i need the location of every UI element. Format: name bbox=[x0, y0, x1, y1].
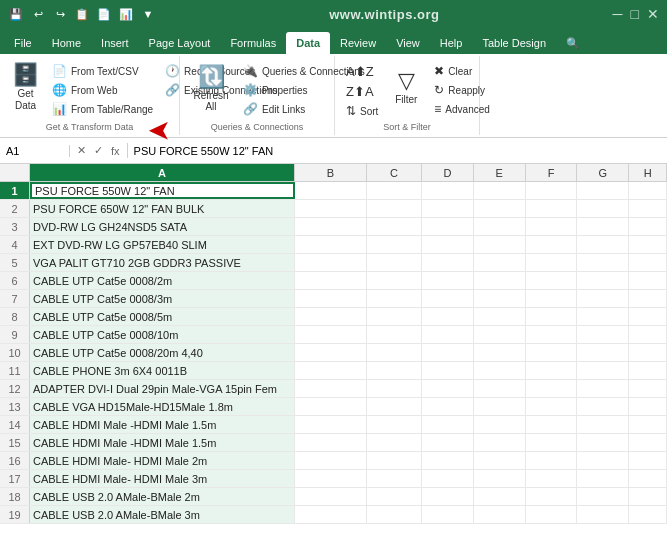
insert-function-icon[interactable]: fx bbox=[108, 144, 123, 158]
tab-insert[interactable]: Insert bbox=[91, 32, 139, 54]
cell-g[interactable] bbox=[577, 182, 629, 199]
cell-b[interactable] bbox=[295, 326, 367, 343]
cell-b[interactable] bbox=[295, 218, 367, 235]
cell-h[interactable] bbox=[629, 290, 667, 307]
col-header-b[interactable]: B bbox=[295, 164, 367, 181]
cell-a[interactable]: CABLE UTP Cat5e 0008/2m bbox=[30, 272, 295, 289]
cell-c[interactable] bbox=[367, 398, 422, 415]
cell-f[interactable] bbox=[526, 326, 578, 343]
cell-d[interactable] bbox=[422, 470, 474, 487]
table-row[interactable]: 1 PSU FORCE 550W 12" FAN bbox=[0, 182, 667, 200]
cell-a[interactable]: CABLE UTP Cat5e 0008/20m 4,40 bbox=[30, 344, 295, 361]
cell-c[interactable] bbox=[367, 344, 422, 361]
cell-f[interactable] bbox=[526, 200, 578, 217]
cell-h[interactable] bbox=[629, 308, 667, 325]
cell-c[interactable] bbox=[367, 254, 422, 271]
table-row[interactable]: 14 CABLE HDMI Male -HDMI Male 1.5m bbox=[0, 416, 667, 434]
close-icon[interactable]: ✕ bbox=[647, 6, 659, 22]
cell-g[interactable] bbox=[577, 488, 629, 505]
cell-b[interactable] bbox=[295, 362, 367, 379]
cell-f[interactable] bbox=[526, 344, 578, 361]
cell-e[interactable] bbox=[474, 488, 526, 505]
cell-d[interactable] bbox=[422, 290, 474, 307]
cell-a[interactable]: CABLE HDMI Male- HDMI Male 2m bbox=[30, 452, 295, 469]
cell-f[interactable] bbox=[526, 290, 578, 307]
cell-f[interactable] bbox=[526, 470, 578, 487]
cell-f[interactable] bbox=[526, 362, 578, 379]
cell-h[interactable] bbox=[629, 488, 667, 505]
cell-a[interactable]: EXT DVD-RW LG GP57EB40 SLIM bbox=[30, 236, 295, 253]
cell-g[interactable] bbox=[577, 254, 629, 271]
cell-f[interactable] bbox=[526, 236, 578, 253]
cell-c[interactable] bbox=[367, 506, 422, 523]
advanced-button[interactable]: ≡ Advanced bbox=[429, 100, 495, 118]
cell-a[interactable]: CABLE PHONE 3m 6X4 0011B bbox=[30, 362, 295, 379]
qat-icon3[interactable]: 📊 bbox=[118, 6, 134, 22]
sort-button[interactable]: ⇅ Sort bbox=[341, 102, 383, 120]
cell-h[interactable] bbox=[629, 416, 667, 433]
cell-h[interactable] bbox=[629, 254, 667, 271]
cell-f[interactable] bbox=[526, 434, 578, 451]
cell-g[interactable] bbox=[577, 272, 629, 289]
cell-f[interactable] bbox=[526, 380, 578, 397]
table-row[interactable]: 19 CABLE USB 2.0 AMale-BMale 3m bbox=[0, 506, 667, 524]
col-header-e[interactable]: E bbox=[474, 164, 526, 181]
table-row[interactable]: 3 DVD-RW LG GH24NSD5 SATA bbox=[0, 218, 667, 236]
cell-e[interactable] bbox=[474, 326, 526, 343]
col-header-c[interactable]: C bbox=[367, 164, 422, 181]
cell-h[interactable] bbox=[629, 452, 667, 469]
table-row[interactable]: 17 CABLE HDMI Male- HDMI Male 3m bbox=[0, 470, 667, 488]
cell-f[interactable] bbox=[526, 506, 578, 523]
cell-b[interactable] bbox=[295, 488, 367, 505]
cell-h[interactable] bbox=[629, 506, 667, 523]
cell-c[interactable] bbox=[367, 236, 422, 253]
cell-e[interactable] bbox=[474, 362, 526, 379]
cell-b[interactable] bbox=[295, 182, 367, 199]
cell-f[interactable] bbox=[526, 488, 578, 505]
table-row[interactable]: 4 EXT DVD-RW LG GP57EB40 SLIM bbox=[0, 236, 667, 254]
cell-d[interactable] bbox=[422, 362, 474, 379]
from-web-button[interactable]: 🌐 From Web bbox=[47, 81, 158, 99]
cell-e[interactable] bbox=[474, 434, 526, 451]
table-row[interactable]: 9 CABLE UTP Cat5e 0008/10m bbox=[0, 326, 667, 344]
cell-a[interactable]: CABLE HDMI Male -HDMI Male 1.5m bbox=[30, 416, 295, 433]
cell-d[interactable] bbox=[422, 308, 474, 325]
col-header-g[interactable]: G bbox=[577, 164, 629, 181]
cell-c[interactable] bbox=[367, 470, 422, 487]
cell-g[interactable] bbox=[577, 290, 629, 307]
cell-c[interactable] bbox=[367, 290, 422, 307]
cell-f[interactable] bbox=[526, 182, 578, 199]
cell-a[interactable]: ADAPTER DVI-I Dual 29pin Male-VGA 15pin … bbox=[30, 380, 295, 397]
tab-home[interactable]: Home bbox=[42, 32, 91, 54]
qat-icon2[interactable]: 📄 bbox=[96, 6, 112, 22]
tab-formulas[interactable]: Formulas bbox=[220, 32, 286, 54]
table-row[interactable]: 8 CABLE UTP Cat5e 0008/5m bbox=[0, 308, 667, 326]
cell-d[interactable] bbox=[422, 398, 474, 415]
cell-e[interactable] bbox=[474, 344, 526, 361]
tab-help[interactable]: Help bbox=[430, 32, 473, 54]
reapply-button[interactable]: ↻ Reapply bbox=[429, 81, 495, 99]
cell-h[interactable] bbox=[629, 182, 667, 199]
cell-d[interactable] bbox=[422, 416, 474, 433]
from-text-csv-button[interactable]: 📄 From Text/CSV bbox=[47, 62, 158, 80]
cell-e[interactable] bbox=[474, 398, 526, 415]
cell-g[interactable] bbox=[577, 452, 629, 469]
cell-b[interactable] bbox=[295, 434, 367, 451]
cell-reference[interactable]: A1 bbox=[0, 145, 70, 157]
cell-c[interactable] bbox=[367, 308, 422, 325]
col-header-f[interactable]: F bbox=[526, 164, 578, 181]
cell-f[interactable] bbox=[526, 218, 578, 235]
cell-d[interactable] bbox=[422, 200, 474, 217]
cell-e[interactable] bbox=[474, 416, 526, 433]
minimize-icon[interactable]: ─ bbox=[613, 6, 623, 22]
cell-c[interactable] bbox=[367, 218, 422, 235]
cell-e[interactable] bbox=[474, 236, 526, 253]
cell-c[interactable] bbox=[367, 488, 422, 505]
cell-d[interactable] bbox=[422, 506, 474, 523]
cell-b[interactable] bbox=[295, 344, 367, 361]
cell-c[interactable] bbox=[367, 416, 422, 433]
undo-icon[interactable]: ↩ bbox=[30, 6, 46, 22]
save-icon[interactable]: 💾 bbox=[8, 6, 24, 22]
cell-c[interactable] bbox=[367, 434, 422, 451]
cell-a[interactable]: PSU FORCE 650W 12" FAN BULK bbox=[30, 200, 295, 217]
